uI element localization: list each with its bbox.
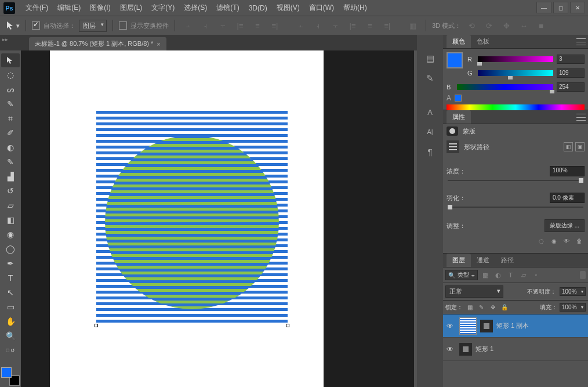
transform-controls-checkbox[interactable] bbox=[119, 21, 127, 30]
layer-filter-select[interactable]: 🔍 类型 ÷ bbox=[445, 270, 478, 280]
align-bottom-icon[interactable]: ⫟ bbox=[216, 19, 230, 32]
mask-edge-button[interactable]: 蒙版边缘 ... bbox=[545, 219, 585, 232]
menu-filter[interactable]: 滤镜(T) bbox=[212, 0, 244, 16]
3d-pan-icon[interactable]: ✥ bbox=[499, 19, 513, 32]
distribute-vcenter-icon[interactable]: ⫞ bbox=[311, 19, 325, 32]
auto-align-icon[interactable]: ▥ bbox=[406, 19, 420, 32]
distribute-bottom-icon[interactable]: ⫟ bbox=[328, 19, 342, 32]
transform-handle-bl[interactable] bbox=[95, 324, 98, 327]
menu-image[interactable]: 图像(I) bbox=[85, 0, 115, 16]
path-select-tool[interactable]: ↖ bbox=[1, 285, 20, 299]
pen-tool[interactable]: ✒ bbox=[1, 256, 20, 270]
autoselect-target-select[interactable]: 图层 bbox=[79, 20, 107, 32]
menu-type[interactable]: 文字(Y) bbox=[147, 0, 179, 16]
eraser-tool[interactable]: ▱ bbox=[1, 198, 20, 212]
align-left-icon[interactable]: |≡ bbox=[233, 19, 247, 32]
document-tab[interactable]: 未标题-1 @ 80.7% (矩形 1 副本, RGB/8) * × bbox=[29, 37, 166, 50]
align-right-icon[interactable]: ≡| bbox=[268, 19, 282, 32]
marquee-tool[interactable]: ◌ bbox=[1, 68, 20, 82]
menu-window[interactable]: 窗口(W) bbox=[304, 0, 339, 16]
distribute-hcenter-icon[interactable]: ≡ bbox=[363, 19, 377, 32]
maximize-button[interactable]: ◻ bbox=[553, 2, 568, 13]
history-panel-icon[interactable]: ▤ bbox=[422, 51, 439, 66]
brush-tool[interactable]: ✎ bbox=[1, 155, 20, 169]
foreground-color-swatch[interactable] bbox=[1, 367, 12, 378]
density-input[interactable]: 100% bbox=[550, 166, 585, 176]
tab-properties[interactable]: 属性 bbox=[447, 110, 471, 124]
menu-3d[interactable]: 3D(D) bbox=[244, 1, 272, 16]
load-selection-icon[interactable]: ◌ bbox=[537, 237, 545, 245]
b-value[interactable]: 254 bbox=[557, 82, 585, 92]
type-tool[interactable]: T bbox=[1, 271, 20, 285]
collapse-left-icon[interactable]: ▸▸ bbox=[2, 37, 8, 42]
healing-tool[interactable]: ◐ bbox=[1, 140, 20, 154]
disable-mask-icon[interactable]: 👁 bbox=[562, 237, 571, 245]
menu-layer[interactable]: 图层(L) bbox=[115, 0, 147, 16]
character-panel-icon[interactable]: A bbox=[422, 104, 439, 120]
filter-pixel-icon[interactable]: ▩ bbox=[480, 270, 491, 280]
lock-transparency-icon[interactable]: ▦ bbox=[465, 303, 474, 312]
color-preview-swatch[interactable] bbox=[447, 52, 463, 68]
lock-pixels-icon[interactable]: ✎ bbox=[477, 303, 486, 312]
menu-view[interactable]: 视图(V) bbox=[272, 0, 304, 16]
align-hcenter-icon[interactable]: ≡ bbox=[251, 19, 264, 32]
r-slider[interactable] bbox=[478, 56, 553, 62]
layer-item[interactable]: 👁 矩形 1 副本 bbox=[443, 314, 588, 338]
feather-slider[interactable] bbox=[448, 207, 583, 208]
close-button[interactable]: ✕ bbox=[570, 2, 585, 13]
edit-toolbar[interactable]: □ ↺ bbox=[1, 343, 20, 357]
3d-orbit-icon[interactable]: ⟲ bbox=[464, 19, 478, 32]
align-vcenter-icon[interactable]: ⫞ bbox=[198, 19, 212, 32]
apply-mask-icon[interactable]: ◉ bbox=[550, 237, 558, 245]
filter-type-icon[interactable]: T bbox=[506, 270, 516, 280]
gradient-tool[interactable]: ◧ bbox=[1, 213, 20, 227]
feather-input[interactable]: 0.0 像素 bbox=[550, 193, 585, 203]
filter-shape-icon[interactable]: ▱ bbox=[518, 270, 529, 280]
text-color-swatch[interactable] bbox=[455, 95, 462, 102]
menu-edit[interactable]: 编辑(E) bbox=[53, 0, 85, 16]
autoselect-checkbox[interactable] bbox=[32, 21, 40, 30]
dodge-tool[interactable]: ◯ bbox=[1, 242, 20, 256]
minimize-button[interactable]: — bbox=[536, 2, 551, 13]
layer-mask-thumbnail[interactable] bbox=[459, 343, 472, 356]
r-value[interactable]: 3 bbox=[557, 55, 585, 64]
distribute-left-icon[interactable]: |≡ bbox=[346, 19, 360, 32]
layers-panel-menu-icon[interactable] bbox=[576, 38, 586, 45]
align-top-icon[interactable]: ⫠ bbox=[181, 19, 195, 32]
filter-toggle[interactable] bbox=[580, 271, 586, 279]
quick-select-tool[interactable]: ✎ bbox=[1, 97, 20, 111]
tab-layers[interactable]: 图层 bbox=[447, 254, 471, 267]
g-slider[interactable] bbox=[478, 70, 553, 76]
opacity-input[interactable]: 100% bbox=[560, 287, 586, 296]
properties-panel-menu-icon[interactable] bbox=[576, 114, 586, 121]
brush-panel-icon[interactable]: ✎ bbox=[422, 71, 439, 86]
eyedropper-tool[interactable]: ✐ bbox=[1, 126, 20, 140]
layer-mask-thumbnail[interactable] bbox=[480, 320, 493, 332]
3d-slide-icon[interactable]: ↔ bbox=[517, 19, 531, 32]
history-brush-tool[interactable]: ↺ bbox=[1, 184, 20, 198]
tab-channels[interactable]: 通道 bbox=[471, 254, 495, 267]
lasso-tool[interactable]: ᔕ bbox=[1, 82, 20, 96]
delete-mask-icon[interactable]: 🗑 bbox=[575, 237, 583, 245]
filter-adjust-icon[interactable]: ◐ bbox=[493, 270, 503, 280]
canvas-area[interactable] bbox=[21, 50, 414, 387]
tab-paths[interactable]: 路径 bbox=[495, 254, 520, 267]
lock-position-icon[interactable]: ✥ bbox=[488, 303, 498, 312]
blur-tool[interactable]: ◉ bbox=[1, 227, 20, 241]
crop-tool[interactable]: ⌗ bbox=[1, 111, 20, 125]
3d-roll-icon[interactable]: ⟳ bbox=[482, 19, 496, 32]
distribute-right-icon[interactable]: ≡| bbox=[380, 19, 394, 32]
layer-name[interactable]: 矩形 1 bbox=[476, 345, 493, 353]
mask-vector-icon[interactable]: ▣ bbox=[575, 142, 585, 151]
menu-file[interactable]: 文件(F) bbox=[21, 0, 53, 16]
density-slider[interactable] bbox=[448, 180, 583, 181]
shape-tool[interactable]: ▭ bbox=[1, 300, 20, 314]
tab-swatches[interactable]: 色板 bbox=[471, 35, 495, 48]
fill-input[interactable]: 100% bbox=[560, 303, 586, 312]
stamp-tool[interactable]: ▟ bbox=[1, 169, 20, 183]
document-canvas[interactable] bbox=[50, 50, 324, 387]
3d-camera-icon[interactable]: ■ bbox=[534, 19, 548, 32]
menu-select[interactable]: 选择(S) bbox=[179, 0, 212, 16]
styles-panel-icon[interactable]: ¶ bbox=[422, 144, 439, 159]
visibility-toggle-icon[interactable]: 👁 bbox=[447, 322, 456, 330]
